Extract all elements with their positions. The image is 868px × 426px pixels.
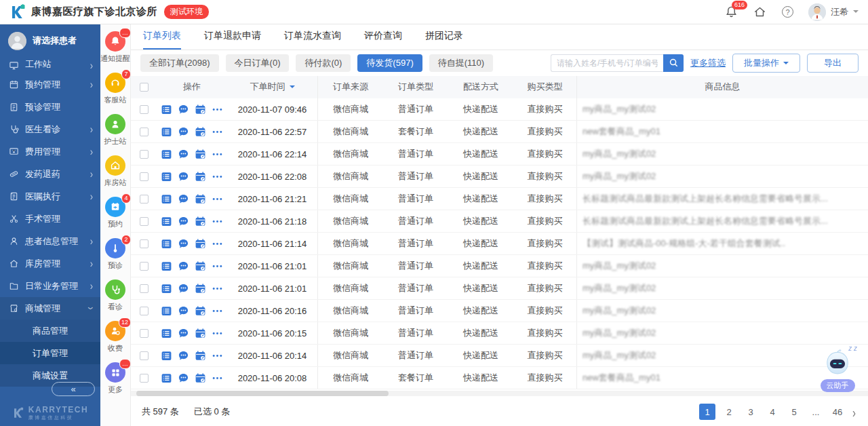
sidebar-item-mall-mgmt[interactable]: 商城管理 › [0,297,100,320]
more-actions-icon[interactable] [212,171,223,182]
row-checkbox[interactable] [140,329,149,338]
order-edit-icon[interactable] [195,104,206,115]
table-row[interactable]: 2020-11-06 21:01 微信商城 普通订单 快递配送 直接购买 my商… [131,255,868,277]
home-icon[interactable] [753,5,767,19]
more-actions-icon[interactable] [212,149,223,160]
more-actions-icon[interactable] [212,104,223,115]
sidebar-item-surgery-mgmt[interactable]: 手术管理 [0,208,100,230]
order-detail-icon[interactable] [161,104,172,115]
page-button[interactable]: 1 [699,404,715,420]
order-tab[interactable]: 订单列表 [143,24,181,50]
order-tab[interactable]: 订单流水查询 [284,24,341,50]
order-message-icon[interactable] [178,126,189,138]
row-checkbox[interactable] [140,105,149,114]
order-edit-icon[interactable] [195,238,206,250]
order-message-icon[interactable] [178,328,189,339]
notification-bell-icon[interactable]: 616 [725,5,738,19]
order-edit-icon[interactable] [195,193,206,205]
page-button[interactable]: 46 [829,404,846,420]
status-filter-chip[interactable]: 待自提(110) [429,54,493,72]
status-filter-chip[interactable]: 今日订单(0) [226,54,290,72]
sidebar-item-workstation[interactable]: 工作站 › [0,57,100,73]
more-actions-icon[interactable] [212,372,223,384]
row-checkbox[interactable] [140,239,149,248]
more-actions-icon[interactable] [212,260,223,272]
assistant-label[interactable]: 云助手 [821,379,855,392]
more-actions-icon[interactable] [212,238,223,250]
sort-desc-icon[interactable] [290,85,295,91]
order-detail-icon[interactable] [161,238,172,250]
order-edit-icon[interactable] [195,283,206,294]
table-row[interactable]: 2020-11-06 21:01 微信商城 普通订单 快递配送 直接购买 my商… [131,277,868,300]
order-edit-icon[interactable] [195,305,206,317]
sidebar-item-daily-business-mgmt[interactable]: 日常业务管理 › [0,275,100,297]
sidebar-item-warehouse-mgmt[interactable]: 库房管理 › [0,252,100,275]
order-detail-icon[interactable] [161,372,172,384]
row-checkbox[interactable] [140,284,149,293]
sidebar-item-pre-diagnosis[interactable]: 预诊管理 [0,96,100,118]
select-all-checkbox[interactable] [140,83,149,92]
page-button[interactable]: 4 [764,404,781,420]
page-button[interactable]: 2 [721,404,737,420]
order-message-icon[interactable] [178,260,189,272]
order-message-icon[interactable] [178,104,189,115]
order-detail-icon[interactable] [161,193,172,205]
table-row[interactable]: 2020-11-06 22:57 微信商城 套餐订单 快递配送 直接购买 new… [131,121,868,143]
page-button[interactable]: ... [808,404,824,420]
order-edit-icon[interactable] [195,328,206,339]
rail-item-appointment[interactable]: 4 预约 [100,197,130,229]
order-message-icon[interactable] [178,305,189,317]
sidebar-collapse-button[interactable]: « [52,382,95,396]
table-row[interactable]: 2020-11-06 20:15 微信商城 普通订单 快递配送 直接购买 my商… [131,322,868,345]
row-checkbox[interactable] [140,307,149,315]
user-menu[interactable]: 汪希 [808,3,859,21]
order-detail-icon[interactable] [161,260,172,272]
order-edit-icon[interactable] [195,350,206,362]
status-filter-chip[interactable]: 全部订单(2098) [140,54,219,72]
order-edit-icon[interactable] [195,260,206,272]
order-tab[interactable]: 订单退款申请 [204,24,261,50]
sidebar-item-patient-info-mgmt[interactable]: 患者信息管理 › [0,230,100,252]
more-actions-icon[interactable] [212,328,223,339]
order-message-icon[interactable] [178,372,189,384]
order-edit-icon[interactable] [195,171,206,182]
order-edit-icon[interactable] [195,216,206,227]
order-message-icon[interactable] [178,238,189,250]
order-message-icon[interactable] [178,149,189,160]
sidebar-item-dispense-return[interactable]: 发药退药 › [0,163,100,185]
order-edit-icon[interactable] [195,126,206,138]
more-actions-icon[interactable] [212,193,223,205]
rail-item-warehouse-station[interactable]: 库房站 [100,155,130,188]
row-checkbox[interactable] [140,351,149,360]
scrollbar-thumb[interactable] [136,391,389,396]
table-row[interactable]: 2020-11-06 21:18 微信商城 普通订单 快递配送 直接购买 长标题… [131,210,868,233]
order-message-icon[interactable] [178,283,189,294]
order-detail-icon[interactable] [161,305,172,317]
table-row[interactable]: 2020-11-06 21:21 微信商城 普通订单 快递配送 直接购买 长标题… [131,188,868,210]
row-checkbox[interactable] [140,217,149,226]
row-checkbox[interactable] [140,262,149,271]
table-row[interactable]: 2020-11-06 22:08 微信商城 普通订单 快递配送 直接购买 my商… [131,166,868,188]
order-detail-icon[interactable] [161,350,172,362]
order-detail-icon[interactable] [161,283,172,294]
search-button[interactable] [663,54,684,72]
rail-item-pre-diagnosis[interactable]: 2 预诊 [100,238,130,271]
sidebar-subitem-order-mgmt[interactable]: 订单管理 [0,342,100,364]
table-row[interactable]: 2020-11-06 20:14 微信商城 普通订单 快递配送 直接购买 my商… [131,345,868,367]
batch-actions-button[interactable]: 批量操作 [732,54,800,73]
order-message-icon[interactable] [178,350,189,362]
table-row[interactable]: 2020-11-06 20:16 微信商城 普通订单 快递配送 直接购买 my商… [131,300,868,322]
order-detail-icon[interactable] [161,171,172,182]
table-row[interactable]: 2020-11-06 20:08 微信商城 套餐订单 快递配送 直接购买 new… [131,367,868,389]
patient-selector[interactable]: 请选择患者 [0,24,100,57]
status-filter-chip[interactable]: 待发货(597) [357,54,422,72]
page-button[interactable]: 5 [786,404,802,420]
export-button[interactable]: 导出 [807,54,859,73]
row-checkbox[interactable] [140,374,149,383]
sidebar-item-doctor-visit[interactable]: 医生看诊 › [0,118,100,140]
row-checkbox[interactable] [140,128,149,136]
search-input[interactable] [551,54,663,72]
table-row[interactable]: 2020-11-07 09:46 微信商城 普通订单 快递配送 直接购买 my商… [131,98,868,121]
row-checkbox[interactable] [140,150,149,159]
more-actions-icon[interactable] [212,350,223,362]
